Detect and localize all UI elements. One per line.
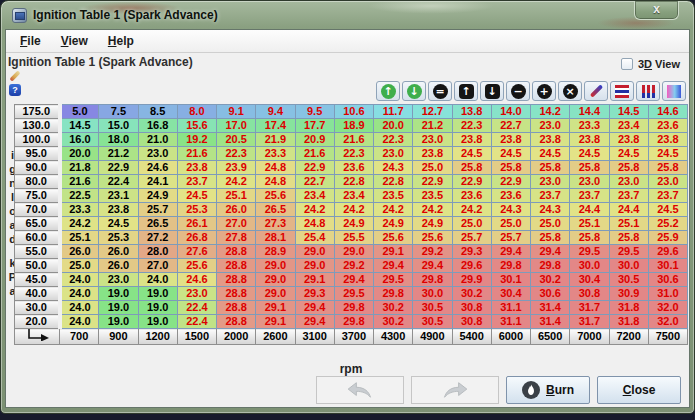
table-cell[interactable]: 32.0 bbox=[648, 315, 687, 329]
table-cell[interactable]: 25.8 bbox=[491, 161, 530, 175]
table-cell[interactable]: 25.3 bbox=[177, 203, 216, 217]
table-cell[interactable]: 21.2 bbox=[99, 147, 138, 161]
table-cell[interactable]: 30.6 bbox=[648, 273, 687, 287]
table-cell[interactable]: 13.8 bbox=[452, 105, 491, 119]
table-cell[interactable]: 17.0 bbox=[217, 119, 256, 133]
table-cell[interactable]: 23.8 bbox=[648, 133, 687, 147]
table-cell[interactable]: 25.7 bbox=[491, 231, 530, 245]
interpolate-horizontal-icon-button[interactable]: ↓ bbox=[402, 81, 426, 101]
table-cell[interactable]: 29.9 bbox=[452, 273, 491, 287]
table-cell[interactable]: 24.8 bbox=[256, 175, 295, 189]
gradient-fill-icon-button[interactable] bbox=[662, 81, 686, 101]
table-cell[interactable]: 31.4 bbox=[531, 315, 570, 329]
table-cell[interactable]: 29.1 bbox=[256, 315, 295, 329]
table-cell[interactable]: 24.4 bbox=[570, 203, 609, 217]
table-cell[interactable]: 23.0 bbox=[531, 119, 570, 133]
table-cell[interactable]: 29.8 bbox=[491, 259, 530, 273]
table-cell[interactable]: 29.1 bbox=[256, 301, 295, 315]
table-cell[interactable]: 30.2 bbox=[531, 273, 570, 287]
table-cell[interactable]: 22.5 bbox=[60, 189, 99, 203]
table-cell[interactable]: 30.2 bbox=[452, 287, 491, 301]
table-cell[interactable]: 19.2 bbox=[177, 133, 216, 147]
table-cell[interactable]: 29.4 bbox=[295, 315, 334, 329]
table-cell[interactable]: 29.5 bbox=[374, 273, 413, 287]
table-cell[interactable]: 23.8 bbox=[99, 203, 138, 217]
table-cell[interactable]: 24.3 bbox=[374, 161, 413, 175]
rpm-column-header[interactable]: 4900 bbox=[413, 329, 452, 345]
table-cell[interactable]: 19.0 bbox=[138, 301, 177, 315]
burn-button[interactable]: Burn bbox=[506, 376, 590, 404]
table-cell[interactable]: 23.8 bbox=[531, 133, 570, 147]
table-cell[interactable]: 24.5 bbox=[177, 189, 216, 203]
table-cell[interactable]: 25.6 bbox=[177, 259, 216, 273]
table-cell[interactable]: 29.8 bbox=[334, 315, 373, 329]
table-cell[interactable]: 22.9 bbox=[491, 175, 530, 189]
table-cell[interactable]: 26.5 bbox=[256, 203, 295, 217]
load-row-header[interactable]: 55.0 bbox=[15, 245, 60, 259]
table-cell[interactable]: 30.4 bbox=[491, 287, 530, 301]
decrement-icon-button[interactable]: − bbox=[506, 81, 530, 101]
table-cell[interactable]: 21.6 bbox=[295, 147, 334, 161]
table-cell[interactable]: 25.6 bbox=[256, 189, 295, 203]
table-cell[interactable]: 14.2 bbox=[531, 105, 570, 119]
table-cell[interactable]: 20.5 bbox=[217, 133, 256, 147]
help-icon[interactable]: ? bbox=[9, 84, 21, 96]
table-cell[interactable]: 25.1 bbox=[60, 231, 99, 245]
table-cell[interactable]: 31.1 bbox=[491, 301, 530, 315]
table-cell[interactable]: 26.0 bbox=[99, 259, 138, 273]
table-cell[interactable]: 9.1 bbox=[217, 105, 256, 119]
table-cell[interactable]: 22.3 bbox=[452, 119, 491, 133]
table-cell[interactable]: 15.6 bbox=[177, 119, 216, 133]
table-cell[interactable]: 24.0 bbox=[60, 315, 99, 329]
table-cell[interactable]: 23.6 bbox=[334, 161, 373, 175]
table-cell[interactable]: 25.0 bbox=[452, 217, 491, 231]
table-cell[interactable]: 22.9 bbox=[452, 175, 491, 189]
table-cell[interactable]: 28.8 bbox=[217, 273, 256, 287]
table-cell[interactable]: 29.6 bbox=[452, 259, 491, 273]
table-cell[interactable]: 29.3 bbox=[452, 245, 491, 259]
table-cell[interactable]: 21.2 bbox=[413, 119, 452, 133]
table-cell[interactable]: 18.9 bbox=[334, 119, 373, 133]
table-cell[interactable]: 28.8 bbox=[217, 259, 256, 273]
table-cell[interactable]: 23.5 bbox=[413, 189, 452, 203]
table-cell[interactable]: 23.8 bbox=[491, 133, 530, 147]
load-row-header[interactable]: 90.0 bbox=[15, 161, 60, 175]
table-cell[interactable]: 21.6 bbox=[177, 147, 216, 161]
load-row-header[interactable]: 20.0 bbox=[15, 315, 60, 329]
table-cell[interactable]: 8.0 bbox=[177, 105, 216, 119]
table-cell[interactable]: 24.9 bbox=[413, 217, 452, 231]
table-cell[interactable]: 24.5 bbox=[648, 147, 687, 161]
table-cell[interactable]: 24.5 bbox=[648, 203, 687, 217]
table-cell[interactable]: 30.8 bbox=[452, 301, 491, 315]
table-cell[interactable]: 28.8 bbox=[217, 287, 256, 301]
table-cell[interactable]: 14.5 bbox=[60, 119, 99, 133]
undo-button[interactable] bbox=[316, 376, 404, 404]
load-row-header[interactable]: 30.0 bbox=[15, 301, 60, 315]
table-cell[interactable]: 27.8 bbox=[217, 231, 256, 245]
rpm-column-header[interactable]: 7500 bbox=[648, 329, 687, 345]
table-cell[interactable]: 29.5 bbox=[334, 287, 373, 301]
table-cell[interactable]: 23.6 bbox=[452, 189, 491, 203]
table-cell[interactable]: 22.8 bbox=[334, 175, 373, 189]
load-row-header[interactable]: 70.0 bbox=[15, 203, 60, 217]
table-cell[interactable]: 24.2 bbox=[60, 217, 99, 231]
table-cell[interactable]: 32.0 bbox=[648, 301, 687, 315]
table-cell[interactable]: 29.8 bbox=[413, 273, 452, 287]
table-cell[interactable]: 25.8 bbox=[570, 231, 609, 245]
table-cell[interactable]: 25.1 bbox=[570, 217, 609, 231]
table-cell[interactable]: 25.8 bbox=[452, 161, 491, 175]
table-cell[interactable]: 24.0 bbox=[60, 287, 99, 301]
load-row-header[interactable]: 40.0 bbox=[15, 287, 60, 301]
rpm-column-header[interactable]: 3700 bbox=[334, 329, 373, 345]
table-cell[interactable]: 23.4 bbox=[334, 189, 373, 203]
table-cell[interactable]: 24.8 bbox=[295, 217, 334, 231]
set-equal-icon-button[interactable]: = bbox=[428, 81, 452, 101]
table-cell[interactable]: 29.0 bbox=[295, 259, 334, 273]
horizontal-stripes-icon-button[interactable] bbox=[610, 81, 634, 101]
table-cell[interactable]: 28.0 bbox=[138, 245, 177, 259]
table-cell[interactable]: 28.8 bbox=[217, 301, 256, 315]
table-cell[interactable]: 24.9 bbox=[334, 217, 373, 231]
vertical-bars-icon-button[interactable] bbox=[636, 81, 660, 101]
table-cell[interactable]: 29.2 bbox=[334, 259, 373, 273]
table-cell[interactable]: 24.2 bbox=[334, 203, 373, 217]
